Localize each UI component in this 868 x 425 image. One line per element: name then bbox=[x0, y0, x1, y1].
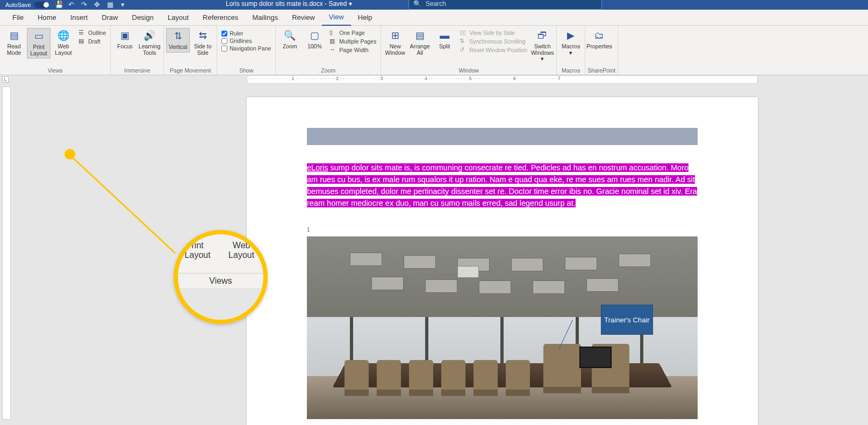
qat-icon[interactable]: ▦ bbox=[106, 1, 114, 9]
group-window-label: Window bbox=[383, 67, 554, 75]
new-window-button[interactable]: ⊞New Window bbox=[383, 28, 407, 57]
search-placeholder: Search bbox=[426, 0, 446, 8]
print-layout-button[interactable]: ▭Print Layout bbox=[27, 28, 51, 59]
multiple-pages-icon: ▥ bbox=[329, 38, 337, 45]
tab-references[interactable]: References bbox=[196, 10, 245, 26]
ruler-bar: L · · · · · · · · · · · · · · · · 1 · · … bbox=[0, 75, 868, 84]
read-mode-icon: ▤ bbox=[6, 30, 21, 42]
learning-tools-button[interactable]: 🔊Learning Tools bbox=[138, 28, 161, 57]
touch-mode-icon[interactable]: ✥ bbox=[94, 1, 101, 9]
learning-tools-icon: 🔊 bbox=[142, 30, 157, 42]
gridlines-checkbox[interactable]: Gridlines bbox=[221, 38, 271, 44]
focus-icon: ▣ bbox=[117, 30, 132, 42]
draft-icon: ▤ bbox=[78, 38, 86, 45]
vertical-icon: ⇅ bbox=[170, 30, 185, 43]
undo-icon[interactable]: ↶ bbox=[68, 1, 75, 9]
reset-window-position-button[interactable]: ↺Reset Window Position bbox=[460, 46, 527, 54]
conference-room-image[interactable]: Trainer's Chair bbox=[307, 236, 698, 419]
callout-leader-line bbox=[572, 320, 602, 352]
vertical-ruler[interactable] bbox=[2, 87, 11, 420]
group-sharepoint: 🗂Properties SharePoint bbox=[585, 26, 618, 75]
page-width-button[interactable]: ↔Page Width bbox=[329, 46, 376, 54]
draft-button[interactable]: ▤Draft bbox=[78, 38, 106, 45]
read-mode-button[interactable]: ▤Read Mode bbox=[2, 28, 26, 57]
group-immersive-label: Immersive bbox=[113, 67, 161, 75]
arrange-all-icon: ▤ bbox=[412, 30, 427, 42]
focus-button[interactable]: ▣Focus bbox=[113, 28, 137, 52]
tab-stop-selector[interactable]: L bbox=[2, 76, 9, 83]
group-views-label: Views bbox=[2, 67, 108, 75]
redo-icon[interactable]: ↷ bbox=[81, 1, 88, 9]
search-box[interactable]: 🔍 Search bbox=[408, 0, 602, 10]
tab-file[interactable]: File bbox=[5, 10, 31, 26]
tab-home[interactable]: Home bbox=[31, 10, 63, 26]
split-icon: ▬ bbox=[437, 30, 452, 42]
lens-views-label: Views bbox=[178, 273, 263, 286]
tab-review[interactable]: Review bbox=[285, 10, 322, 26]
tab-design[interactable]: Design bbox=[125, 10, 161, 26]
web-layout-icon: 🌐 bbox=[56, 30, 71, 42]
group-zoom: 🔍Zoom ▢100% ▯One Page ▥Multiple Pages ↔P… bbox=[276, 26, 381, 75]
tab-mailings[interactable]: Mailings bbox=[246, 10, 285, 26]
one-page-button[interactable]: ▯One Page bbox=[329, 29, 376, 37]
synchronous-scrolling-icon: ⇅ bbox=[460, 38, 467, 45]
save-icon[interactable]: 💾 bbox=[55, 1, 62, 9]
macros-button[interactable]: ▶Macros ▾ bbox=[559, 28, 583, 57]
ruler-checkbox[interactable]: Ruler bbox=[221, 30, 271, 37]
zoom-lens-callout: rint Layout Web Layout Views bbox=[174, 230, 268, 324]
autosave-label: AutoSave bbox=[5, 2, 31, 8]
side-to-side-button[interactable]: ⇆Side to Side bbox=[191, 28, 214, 57]
ribbon: ▤Read Mode ▭Print Layout 🌐Web Layout ☰Ou… bbox=[0, 26, 868, 75]
zoom-icon: 🔍 bbox=[282, 30, 297, 42]
group-sharepoint-label: SharePoint bbox=[587, 67, 615, 75]
synchronous-scrolling-button[interactable]: ⇅Synchronous Scrolling bbox=[460, 38, 527, 45]
zoom-100-icon: ▢ bbox=[307, 30, 322, 42]
outline-button[interactable]: ☰Outline bbox=[78, 29, 106, 37]
group-zoom-label: Zoom bbox=[278, 67, 378, 75]
view-side-by-side-icon: ▯▯ bbox=[460, 29, 467, 37]
title-bar: AutoSave 💾 ↶ ↷ ✥ ▦ ▾ Loris sump dolor si… bbox=[0, 0, 868, 10]
group-page-movement: ⇅Vertical ⇆Side to Side Page Movement bbox=[164, 26, 217, 75]
side-to-side-icon: ⇆ bbox=[195, 30, 210, 42]
switch-windows-button[interactable]: 🗗Switch Windows ▾ bbox=[530, 28, 554, 64]
tab-layout[interactable]: Layout bbox=[161, 10, 196, 26]
group-show-label: Show bbox=[219, 67, 273, 75]
web-layout-button[interactable]: 🌐Web Layout bbox=[52, 28, 75, 57]
document-title[interactable]: Loris sump dolor sits mate is.docx - Sav… bbox=[226, 0, 352, 8]
paragraph-link[interactable]: eLoris bbox=[307, 163, 328, 172]
vertical-button[interactable]: ⇅Vertical bbox=[166, 28, 190, 53]
properties-icon: 🗂 bbox=[592, 30, 607, 42]
arrange-all-button[interactable]: ▤Arrange All bbox=[408, 28, 432, 57]
tab-draw[interactable]: Draw bbox=[95, 10, 125, 26]
paragraph-text: sump dolor sits mate is, is communing co… bbox=[307, 163, 697, 207]
one-page-icon: ▯ bbox=[329, 29, 337, 37]
multiple-pages-button[interactable]: ▥Multiple Pages bbox=[329, 38, 376, 45]
navigation-pane-checkbox[interactable]: Navigation Pane bbox=[221, 45, 271, 52]
tab-view[interactable]: View bbox=[322, 10, 351, 26]
highlighted-paragraph[interactable]: eLoris sump dolor sits mate is, is commu… bbox=[307, 162, 698, 209]
view-side-by-side-button[interactable]: ▯▯View Side by Side bbox=[460, 29, 527, 37]
search-icon: 🔍 bbox=[413, 0, 421, 8]
tab-insert[interactable]: Insert bbox=[63, 10, 95, 26]
group-macros-label: Macros bbox=[559, 67, 583, 75]
zoom-button[interactable]: 🔍Zoom bbox=[278, 28, 302, 52]
group-show: Ruler Gridlines Navigation Pane Show bbox=[217, 26, 276, 75]
ribbon-tabs: File Home Insert Draw Design Layout Refe… bbox=[0, 10, 868, 26]
outline-icon: ☰ bbox=[78, 29, 86, 37]
horizontal-ruler[interactable]: · · · · · · · · · · · · · · · · 1 · · · … bbox=[247, 75, 758, 84]
tab-help[interactable]: Help bbox=[351, 10, 379, 26]
autosave-toggle[interactable] bbox=[34, 2, 49, 8]
annotation-pointer-dot bbox=[64, 149, 75, 160]
split-button[interactable]: ▬Split bbox=[433, 28, 456, 52]
zoom-100-button[interactable]: ▢100% bbox=[303, 28, 326, 52]
qat-dropdown-icon[interactable]: ▾ bbox=[119, 1, 127, 9]
quick-access-toolbar: 💾 ↶ ↷ ✥ ▦ ▾ bbox=[55, 1, 127, 9]
group-page-movement-label: Page Movement bbox=[166, 67, 214, 75]
callout-box[interactable]: Trainer's Chair bbox=[601, 305, 653, 335]
projector bbox=[457, 266, 479, 278]
annotation-pointer-line bbox=[69, 154, 176, 254]
group-immersive: ▣Focus 🔊Learning Tools Immersive bbox=[111, 26, 164, 75]
properties-button[interactable]: 🗂Properties bbox=[587, 28, 611, 52]
document-page[interactable]: eLoris sump dolor sits mate is, is commu… bbox=[247, 97, 758, 425]
footnote-marker: 1 bbox=[307, 227, 310, 233]
